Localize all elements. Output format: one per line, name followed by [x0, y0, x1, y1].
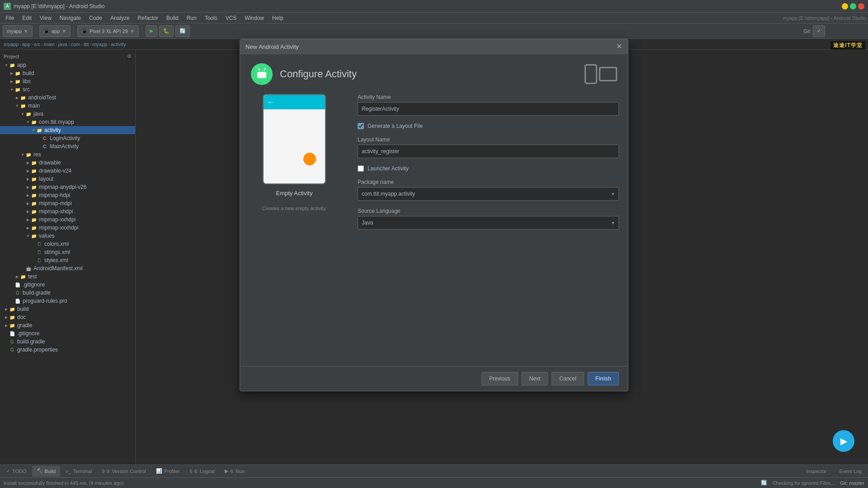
debug-button[interactable]: 🐛 [159, 25, 174, 37]
git-button[interactable]: ✓ [813, 25, 825, 37]
window-title: myapp [E:\ttit\myapp] - Android Studio [14, 3, 104, 9]
menu-edit[interactable]: Edit [19, 14, 35, 22]
toolbar: myapp ▼ 📱 app ▼ 📱 Pixel 3 XL API 29 ▼ ▶ … [0, 23, 868, 39]
dialog-overlay: New Android Activity ✕ Configure Activit… [0, 39, 868, 465]
run-button[interactable]: ▶ [146, 25, 157, 37]
dialog-heading: Configure Activity [280, 68, 357, 80]
run-icon: ▶ [225, 468, 228, 474]
dialog-titlebar: New Android Activity ✕ [240, 39, 628, 54]
previous-button[interactable]: Previous [481, 372, 518, 385]
source-language-label: Source Language [358, 208, 619, 214]
dialog-close-button[interactable]: ✕ [615, 43, 623, 50]
device-icon: 📱 [81, 28, 88, 34]
preview-label: Empty Activity [276, 190, 313, 197]
source-language-wrapper: Java Kotlin ▼ [358, 216, 619, 230]
minimize-button[interactable] [842, 3, 848, 9]
toolbar-separator-1 [36, 27, 36, 36]
dialog-footer: Previous Next Cancel Finish [240, 366, 628, 391]
next-button[interactable]: Next [522, 372, 548, 385]
vc-icon: 9 [102, 469, 104, 474]
activity-name-field: Activity Name [358, 94, 619, 116]
menu-window[interactable]: Window [241, 14, 268, 22]
layout-name-label: Layout Name [358, 136, 619, 143]
project-selector[interactable]: myapp ▼ [3, 25, 33, 37]
tab-version-control[interactable]: 9 9: Version Control [97, 466, 151, 477]
status-message: Install successfully finished in 445 ms.… [4, 480, 123, 486]
tab-terminal[interactable]: >_ Terminal [61, 466, 96, 477]
launcher-activity-label[interactable]: Launcher Activity [368, 165, 409, 172]
svg-rect-2 [257, 72, 266, 78]
terminal-icon: >_ [66, 469, 71, 474]
sync-button[interactable]: 🔄 [175, 25, 190, 37]
activity-topbar: ← [264, 95, 325, 109]
app-icon: A [4, 3, 11, 10]
package-name-wrapper: com.ttit.myapp.activity ▼ [358, 187, 619, 201]
back-arrow-icon: ← [267, 98, 274, 106]
tab-vc-label: 9: Version Control [106, 469, 146, 474]
git-status: Git: master [840, 480, 864, 486]
logcat-icon: 6 [190, 469, 193, 474]
maximize-button[interactable] [850, 3, 856, 9]
svg-line-3 [258, 68, 259, 70]
dialog-header: Configure Activity [240, 54, 628, 85]
menu-help[interactable]: Help [269, 14, 287, 22]
menu-analyze[interactable]: Analyze [107, 14, 133, 22]
generate-layout-row: Generate a Layout File [358, 123, 619, 129]
generate-layout-label[interactable]: Generate a Layout File [368, 123, 423, 129]
layout-name-input[interactable] [358, 145, 619, 158]
tab-logcat[interactable]: 6 6: Logcat [185, 466, 219, 477]
window-controls[interactable] [842, 3, 864, 9]
menu-file[interactable]: File [2, 14, 18, 22]
menu-tools[interactable]: Tools [201, 14, 221, 22]
title-bar-left: A myapp [E:\ttit\myapp] - Android Studio [4, 3, 104, 10]
toolbar-separator-3 [142, 27, 142, 36]
toolbar-project-name: myapp [E:\ttit\myapp] - Android Studio [783, 15, 866, 21]
close-button[interactable] [858, 3, 864, 9]
tab-profiler[interactable]: 📊 Profiler [151, 466, 184, 477]
menu-code[interactable]: Code [85, 14, 106, 22]
floating-action-button [303, 153, 316, 165]
tab-run-label: 4: Run [230, 469, 245, 474]
activity-name-label: Activity Name [358, 94, 619, 100]
app-selector[interactable]: 📱 app ▼ [39, 25, 71, 37]
finish-button[interactable]: Finish [588, 372, 619, 385]
todo-icon: ✓ [6, 468, 10, 474]
package-name-select[interactable]: com.ttit.myapp.activity [358, 187, 619, 201]
tab-run[interactable]: ▶ 4: Run [220, 466, 249, 477]
activity-name-input[interactable] [358, 102, 619, 116]
tab-logcat-label: 6: Logcat [194, 469, 215, 474]
menu-build[interactable]: Build [163, 14, 182, 22]
status-bar: Install successfully finished in 445 ms.… [0, 477, 868, 488]
build-icon: 🔨 [37, 468, 43, 474]
checking-label: Checking for Ignored Files... [773, 480, 835, 486]
menu-refactor[interactable]: Refactor [134, 14, 162, 22]
tablet-icon [599, 67, 617, 81]
svg-line-4 [264, 68, 265, 70]
bottom-tabs: ✓ TODO 🔨 Build >_ Terminal 9 9: Version … [0, 465, 868, 477]
package-name-field: Package name com.ttit.myapp.activity ▼ [358, 179, 619, 201]
android-logo [251, 63, 273, 85]
app-selector-label: app [52, 28, 60, 34]
menu-view[interactable]: View [36, 14, 55, 22]
menu-navigate[interactable]: Navigate [56, 14, 85, 22]
launcher-activity-row: Launcher Activity [358, 165, 619, 172]
inspector-button[interactable]: Inspector [802, 466, 831, 477]
device-icons [585, 64, 617, 84]
tab-profiler-label: Profiler [164, 469, 180, 474]
tab-build[interactable]: 🔨 Build [32, 466, 60, 477]
menu-bar: File Edit View Navigate Code Analyze Ref… [0, 13, 868, 23]
source-language-field: Source Language Java Kotlin ▼ [358, 208, 619, 230]
dialog-title: New Android Activity [245, 43, 299, 50]
generate-layout-checkbox[interactable] [358, 123, 364, 129]
event-log-button[interactable]: Event Log [835, 466, 866, 477]
menu-run[interactable]: Run [183, 14, 200, 22]
activity-body [264, 109, 325, 183]
new-activity-dialog: New Android Activity ✕ Configure Activit… [240, 39, 628, 391]
source-language-select[interactable]: Java Kotlin [358, 216, 619, 230]
package-name-label: Package name [358, 179, 619, 185]
tab-todo[interactable]: ✓ TODO [2, 466, 31, 477]
device-selector[interactable]: 📱 Pixel 3 XL API 29 ▼ [77, 25, 138, 37]
launcher-activity-checkbox[interactable] [358, 165, 364, 172]
menu-vcs[interactable]: VCS [222, 14, 241, 22]
cancel-button[interactable]: Cancel [552, 372, 584, 385]
